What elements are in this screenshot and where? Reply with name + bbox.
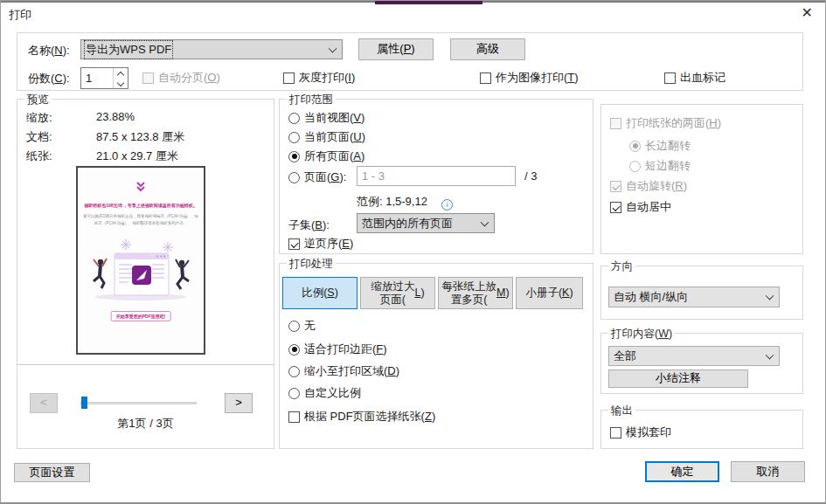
ok-button[interactable]: 确定 (645, 461, 719, 482)
chevron-down-icon (766, 350, 774, 359)
radio-flip-long-edge: 长边翻转 (629, 138, 691, 154)
document-size-label: 文档: (26, 129, 52, 145)
slider-track[interactable] (80, 402, 197, 404)
checkbox-icon[interactable] (283, 72, 295, 84)
print-dialog: 打印 ✕ 名称(N): 导出为WPS PDF 属性(P) 高级 份数(C): 1… (0, 0, 826, 504)
checkbox-icon (610, 181, 621, 192)
radio-current-view[interactable]: 当前视图(V) (288, 110, 364, 126)
printer-name-value: 导出为WPS PDF (86, 42, 171, 58)
tab-shrink-oversized[interactable]: 缩放过大 页面(L) (360, 277, 435, 309)
checkbox-icon[interactable] (288, 238, 300, 250)
simulate-overprint-checkbox[interactable]: 模拟套印 (610, 425, 671, 440)
checkbox-icon[interactable] (288, 411, 300, 423)
checkbox-icon (610, 118, 621, 129)
print-content-select[interactable]: 全部 (608, 346, 780, 366)
print-content-group: 打印内容(W) 全部 小结注释 (600, 333, 803, 394)
orientation-select[interactable]: 自动 横向/纵向 (608, 287, 780, 307)
print-content-value: 全部 (614, 349, 636, 364)
slider-handle[interactable] (81, 397, 87, 409)
copies-label: 份数(C): (28, 71, 70, 86)
prev-page-button[interactable]: < (30, 393, 58, 413)
orientation-group: 方向 自动 横向/纵向 (600, 266, 803, 320)
range-example: 范例: 1,5-9,12i (357, 194, 453, 211)
promo-illustration (78, 236, 204, 309)
print-as-image-checkbox[interactable]: 作为图像打印(T) (480, 70, 579, 86)
checkbox-icon[interactable] (610, 202, 621, 213)
paper-by-pdf-checkbox[interactable]: 根据 PDF页面选择纸张(Z) (288, 409, 435, 425)
radio-all-pages[interactable]: 所有页面(A) (288, 148, 364, 164)
promo-cta-button: 开始享受您的PDF应用吧! (111, 311, 171, 321)
handling-tabs: 比例(S) 缩放过大 页面(L) 每张纸上放 置多页(M) 小册子(K) (282, 277, 583, 309)
radio-pages[interactable]: 页面(G): (288, 169, 346, 185)
document-size-value: 87.5 x 123.8 厘米 (96, 129, 184, 145)
print-handling-group: 打印处理 比例(S) 缩放过大 页面(L) 每张纸上放 置多页(M) 小册子(K… (279, 263, 593, 449)
printer-group: 名称(N): 导出为WPS PDF 属性(P) 高级 份数(C): 1 自动分页… (17, 32, 803, 91)
radio-icon (629, 161, 641, 172)
radio-fit-margins[interactable]: 适合打印边距(F) (288, 342, 387, 357)
bleed-marks-checkbox[interactable]: 出血标记 (664, 70, 725, 86)
copies-stepper[interactable]: 1 (80, 67, 128, 89)
radio-custom-scale[interactable]: 自定义比例 (288, 385, 361, 401)
checkbox-icon[interactable] (664, 72, 676, 84)
page-indicator: 第1页 / 3页 (17, 416, 274, 432)
output-group-title: 输出 (608, 404, 635, 418)
printer-name-select[interactable]: 导出为WPS PDF (80, 39, 343, 59)
subset-value: 范围内的所有页面 (362, 216, 453, 231)
auto-center-checkbox[interactable]: 自动居中 (610, 199, 671, 215)
subset-select[interactable]: 范围内的所有页面 (357, 213, 495, 233)
tab-multiple-per-sheet[interactable]: 每张纸上放 置多页(M) (438, 277, 513, 309)
chevron-down-icon (766, 292, 774, 300)
radio-icon[interactable] (288, 388, 300, 399)
subset-label: 子集(B): (288, 217, 330, 233)
person-right-icon (176, 259, 189, 289)
titlebar: 打印 ✕ (1, 1, 825, 27)
checkbox-icon[interactable] (480, 72, 491, 84)
radio-shrink-to-area[interactable]: 缩小至打印区域(D) (288, 363, 399, 379)
info-icon[interactable]: i (441, 199, 453, 211)
radio-icon (629, 141, 641, 152)
radio-icon[interactable] (288, 151, 300, 162)
spin-up-icon[interactable] (114, 68, 128, 79)
preview-separator (17, 364, 274, 365)
chevron-down-icon (481, 217, 489, 226)
tab-booklet[interactable]: 小册子(K) (516, 277, 583, 309)
cancel-button[interactable]: 取消 (731, 461, 805, 482)
orientation-value: 自动 横向/纵向 (614, 289, 688, 305)
radio-icon[interactable] (288, 172, 300, 183)
radio-icon[interactable] (288, 344, 300, 356)
radio-icon[interactable] (288, 113, 300, 124)
pages-input-value: 1 - 3 (362, 169, 385, 183)
radio-current-page[interactable]: 当前页面(U) (288, 129, 365, 145)
reverse-order-checkbox[interactable]: 逆页序(E) (288, 236, 353, 252)
page-slider[interactable] (80, 397, 197, 409)
radio-none[interactable]: 无 (288, 318, 316, 334)
print-handling-group-title: 打印处理 (287, 257, 336, 272)
close-icon[interactable]: ✕ (802, 4, 813, 22)
preview-group-title: 预览 (24, 93, 52, 107)
next-page-button[interactable]: > (225, 393, 253, 413)
radio-icon[interactable] (288, 132, 300, 143)
page-setup-button[interactable]: 页面设置 (14, 463, 90, 482)
copies-value: 1 (81, 68, 113, 88)
properties-button[interactable]: 属性(P) (358, 38, 434, 60)
spin-down-icon[interactable] (114, 79, 128, 89)
person-left-icon (94, 259, 107, 288)
collate-checkbox: 自动分页(O) (142, 70, 220, 86)
checkbox-icon[interactable] (610, 427, 621, 438)
advanced-button[interactable]: 高级 (450, 38, 525, 60)
tab-scale[interactable]: 比例(S) (282, 277, 357, 309)
preview-group: 预览 缩放: 23.88% 文档: 87.5 x 123.8 厘米 纸张: 21… (17, 99, 274, 449)
radio-icon[interactable] (288, 321, 300, 332)
output-group: 输出 模拟套印 (600, 410, 803, 449)
duplex-group: 打印纸张的两面(H) 长边翻转 短边翻转 自动旋转(R) 自动居中 (600, 104, 803, 254)
paper-size-value: 21.0 x 29.7 厘米 (96, 148, 178, 164)
promo-headline: 福昕特权包198元/年，专享上述福昕阅读器所有功能特权。 (81, 203, 200, 210)
zoom-label: 缩放: (26, 110, 52, 126)
auto-rotate-checkbox: 自动旋转(R) (610, 178, 687, 194)
summarize-comments-button[interactable]: 小结注释 (608, 369, 748, 388)
print-range-group: 打印范围 当前视图(V) 当前页面(U) 所有页面(A) 页面(G): 1 - … (279, 99, 593, 254)
dialog-title: 打印 (9, 7, 31, 23)
grayscale-checkbox[interactable]: 灰度打印(I) (283, 70, 355, 86)
pages-input[interactable]: 1 - 3 (357, 166, 516, 186)
radio-icon[interactable] (288, 366, 300, 377)
